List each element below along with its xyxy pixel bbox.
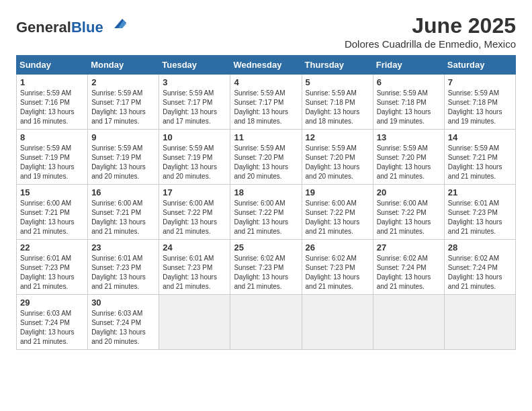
day-info: Sunrise: 5:59 AMSunset: 7:20 PMDaylight:… xyxy=(377,144,441,181)
day-number: 5 xyxy=(306,77,369,87)
calendar-cell: 30Sunrise: 6:03 AMSunset: 7:24 PMDayligh… xyxy=(88,295,159,350)
title-block: June 2025 Dolores Cuadrilla de Enmedio, … xyxy=(345,13,516,50)
day-number: 7 xyxy=(448,77,512,87)
calendar-cell: 21Sunrise: 6:01 AMSunset: 7:23 PMDayligh… xyxy=(444,185,515,240)
col-thursday: Thursday xyxy=(302,56,373,75)
day-info: Sunrise: 6:00 AMSunset: 7:22 PMDaylight:… xyxy=(377,199,441,236)
day-info: Sunrise: 6:00 AMSunset: 7:22 PMDaylight:… xyxy=(163,199,226,236)
calendar-cell-empty xyxy=(230,295,302,350)
calendar-cell-empty xyxy=(302,295,373,350)
calendar-cell: 1Sunrise: 5:59 AMSunset: 7:16 PMDaylight… xyxy=(17,75,88,130)
day-number: 15 xyxy=(20,187,84,197)
calendar-cell: 11Sunrise: 5:59 AMSunset: 7:20 PMDayligh… xyxy=(230,130,302,185)
day-number: 22 xyxy=(20,242,84,253)
day-info: Sunrise: 5:59 AMSunset: 7:16 PMDaylight:… xyxy=(20,89,84,126)
day-number: 25 xyxy=(234,242,298,253)
calendar-cell: 29Sunrise: 6:03 AMSunset: 7:24 PMDayligh… xyxy=(17,295,88,350)
day-info: Sunrise: 5:59 AMSunset: 7:18 PMDaylight:… xyxy=(448,89,512,126)
day-info: Sunrise: 5:59 AMSunset: 7:17 PMDaylight:… xyxy=(91,89,155,126)
day-info: Sunrise: 5:59 AMSunset: 7:20 PMDaylight:… xyxy=(234,144,298,181)
day-number: 10 xyxy=(163,132,226,142)
day-number: 27 xyxy=(377,242,441,253)
day-info: Sunrise: 6:02 AMSunset: 7:23 PMDaylight:… xyxy=(234,254,298,291)
day-info: Sunrise: 6:01 AMSunset: 7:23 PMDaylight:… xyxy=(91,254,155,291)
calendar-header-row: Sunday Monday Tuesday Wednesday Thursday… xyxy=(17,56,516,75)
day-info: Sunrise: 5:59 AMSunset: 7:21 PMDaylight:… xyxy=(448,144,512,181)
day-info: Sunrise: 6:01 AMSunset: 7:23 PMDaylight:… xyxy=(448,199,512,236)
logo: GeneralBlue xyxy=(16,13,128,36)
day-number: 14 xyxy=(448,132,512,142)
day-number: 17 xyxy=(163,187,226,197)
page-header: GeneralBlue June 2025 Dolores Cuadrilla … xyxy=(16,13,516,50)
day-number: 30 xyxy=(91,298,155,308)
day-info: Sunrise: 6:01 AMSunset: 7:23 PMDaylight:… xyxy=(20,254,84,291)
calendar-cell: 23Sunrise: 6:01 AMSunset: 7:23 PMDayligh… xyxy=(88,240,159,295)
day-info: Sunrise: 6:02 AMSunset: 7:24 PMDaylight:… xyxy=(448,254,512,291)
day-number: 1 xyxy=(20,77,84,87)
calendar-week-row: 8Sunrise: 5:59 AMSunset: 7:19 PMDaylight… xyxy=(17,130,516,185)
col-wednesday: Wednesday xyxy=(230,56,302,75)
day-info: Sunrise: 5:59 AMSunset: 7:19 PMDaylight:… xyxy=(20,144,84,181)
calendar-cell: 19Sunrise: 6:00 AMSunset: 7:22 PMDayligh… xyxy=(302,185,373,240)
logo-icon xyxy=(109,13,128,32)
day-info: Sunrise: 5:59 AMSunset: 7:17 PMDaylight:… xyxy=(234,89,298,126)
calendar-week-row: 29Sunrise: 6:03 AMSunset: 7:24 PMDayligh… xyxy=(17,295,516,350)
day-info: Sunrise: 6:02 AMSunset: 7:24 PMDaylight:… xyxy=(377,254,441,291)
calendar-week-row: 15Sunrise: 6:00 AMSunset: 7:21 PMDayligh… xyxy=(17,185,516,240)
day-info: Sunrise: 6:00 AMSunset: 7:22 PMDaylight:… xyxy=(306,199,369,236)
logo-blue-text: Blue xyxy=(71,19,103,36)
calendar-cell: 14Sunrise: 5:59 AMSunset: 7:21 PMDayligh… xyxy=(444,130,515,185)
calendar-cell: 13Sunrise: 5:59 AMSunset: 7:20 PMDayligh… xyxy=(373,130,444,185)
calendar-cell: 9Sunrise: 5:59 AMSunset: 7:19 PMDaylight… xyxy=(88,130,159,185)
calendar-cell: 10Sunrise: 5:59 AMSunset: 7:19 PMDayligh… xyxy=(159,130,230,185)
calendar-cell: 8Sunrise: 5:59 AMSunset: 7:19 PMDaylight… xyxy=(17,130,88,185)
calendar-cell: 16Sunrise: 6:00 AMSunset: 7:21 PMDayligh… xyxy=(88,185,159,240)
calendar-subtitle: Dolores Cuadrilla de Enmedio, Mexico xyxy=(345,38,516,50)
calendar-cell: 28Sunrise: 6:02 AMSunset: 7:24 PMDayligh… xyxy=(444,240,515,295)
day-info: Sunrise: 6:03 AMSunset: 7:24 PMDaylight:… xyxy=(91,309,155,347)
day-number: 3 xyxy=(163,77,226,87)
day-info: Sunrise: 6:02 AMSunset: 7:23 PMDaylight:… xyxy=(306,254,369,291)
day-number: 4 xyxy=(234,77,298,87)
calendar-cell-empty xyxy=(444,295,515,350)
calendar-cell: 6Sunrise: 5:59 AMSunset: 7:18 PMDaylight… xyxy=(373,75,444,130)
day-info: Sunrise: 6:00 AMSunset: 7:21 PMDaylight:… xyxy=(20,199,84,236)
col-monday: Monday xyxy=(88,56,159,75)
day-number: 13 xyxy=(377,132,441,142)
calendar-cell: 12Sunrise: 5:59 AMSunset: 7:20 PMDayligh… xyxy=(302,130,373,185)
calendar-cell: 18Sunrise: 6:00 AMSunset: 7:22 PMDayligh… xyxy=(230,185,302,240)
day-number: 26 xyxy=(306,242,369,253)
day-info: Sunrise: 5:59 AMSunset: 7:18 PMDaylight:… xyxy=(377,89,441,126)
calendar-week-row: 1Sunrise: 5:59 AMSunset: 7:16 PMDaylight… xyxy=(17,75,516,130)
calendar-cell: 4Sunrise: 5:59 AMSunset: 7:17 PMDaylight… xyxy=(230,75,302,130)
day-info: Sunrise: 6:03 AMSunset: 7:24 PMDaylight:… xyxy=(20,309,84,347)
calendar-cell: 5Sunrise: 5:59 AMSunset: 7:18 PMDaylight… xyxy=(302,75,373,130)
calendar-cell: 17Sunrise: 6:00 AMSunset: 7:22 PMDayligh… xyxy=(159,185,230,240)
col-sunday: Sunday xyxy=(17,56,88,75)
col-saturday: Saturday xyxy=(444,56,515,75)
calendar-cell: 15Sunrise: 6:00 AMSunset: 7:21 PMDayligh… xyxy=(17,185,88,240)
day-info: Sunrise: 6:00 AMSunset: 7:22 PMDaylight:… xyxy=(234,199,298,236)
calendar-cell-empty xyxy=(373,295,444,350)
col-friday: Friday xyxy=(373,56,444,75)
calendar-cell: 25Sunrise: 6:02 AMSunset: 7:23 PMDayligh… xyxy=(230,240,302,295)
day-info: Sunrise: 5:59 AMSunset: 7:19 PMDaylight:… xyxy=(91,144,155,181)
day-info: Sunrise: 6:00 AMSunset: 7:21 PMDaylight:… xyxy=(91,199,155,236)
calendar-cell: 24Sunrise: 6:01 AMSunset: 7:23 PMDayligh… xyxy=(159,240,230,295)
day-info: Sunrise: 5:59 AMSunset: 7:17 PMDaylight:… xyxy=(163,89,226,126)
day-number: 28 xyxy=(448,242,512,253)
calendar-cell: 22Sunrise: 6:01 AMSunset: 7:23 PMDayligh… xyxy=(17,240,88,295)
day-number: 20 xyxy=(377,187,441,197)
day-info: Sunrise: 6:01 AMSunset: 7:23 PMDaylight:… xyxy=(163,254,226,291)
calendar-cell: 20Sunrise: 6:00 AMSunset: 7:22 PMDayligh… xyxy=(373,185,444,240)
day-number: 12 xyxy=(306,132,369,142)
day-number: 2 xyxy=(91,77,155,87)
day-info: Sunrise: 5:59 AMSunset: 7:20 PMDaylight:… xyxy=(306,144,369,181)
day-info: Sunrise: 5:59 AMSunset: 7:19 PMDaylight:… xyxy=(163,144,226,181)
day-number: 11 xyxy=(234,132,298,142)
calendar-cell: 27Sunrise: 6:02 AMSunset: 7:24 PMDayligh… xyxy=(373,240,444,295)
calendar-title: June 2025 xyxy=(345,13,516,38)
calendar-cell: 2Sunrise: 5:59 AMSunset: 7:17 PMDaylight… xyxy=(88,75,159,130)
calendar-table: Sunday Monday Tuesday Wednesday Thursday… xyxy=(16,55,516,350)
col-tuesday: Tuesday xyxy=(159,56,230,75)
